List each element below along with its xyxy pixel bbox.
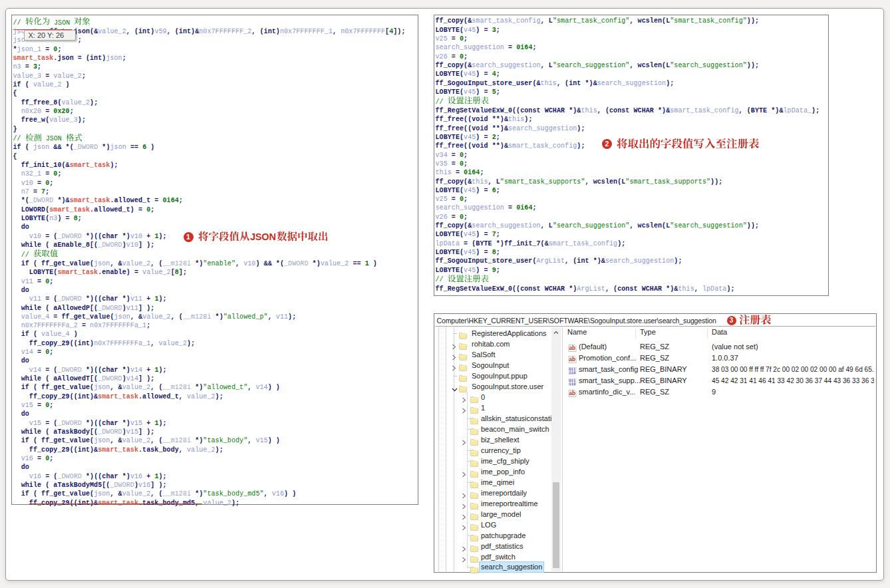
svg-text:ab: ab — [569, 357, 575, 363]
svg-text:110: 110 — [569, 370, 576, 374]
svg-text:ab: ab — [569, 390, 575, 396]
svg-text:110: 110 — [569, 382, 576, 386]
svg-text:ab: ab — [569, 345, 575, 351]
